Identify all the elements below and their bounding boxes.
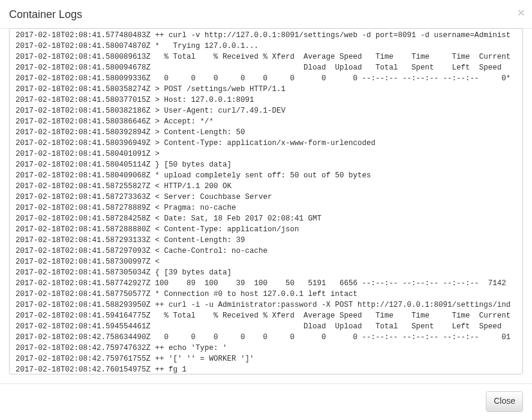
log-output-box[interactable]: 2017-02-18T02:08:41.577480483Z ++ curl -… [9, 28, 523, 374]
modal-header: Container Logs × [0, 0, 532, 29]
modal-body: 2017-02-18T02:08:41.577480483Z ++ curl -… [0, 28, 532, 383]
modal-title: Container Logs [9, 7, 523, 22]
log-content: 2017-02-18T02:08:41.577480483Z ++ curl -… [10, 28, 522, 374]
close-button[interactable]: Close [486, 391, 523, 412]
close-icon[interactable]: × [518, 6, 525, 19]
container-logs-modal: Container Logs × 2017-02-18T02:08:41.577… [0, 0, 532, 419]
modal-footer: Close [0, 383, 532, 419]
